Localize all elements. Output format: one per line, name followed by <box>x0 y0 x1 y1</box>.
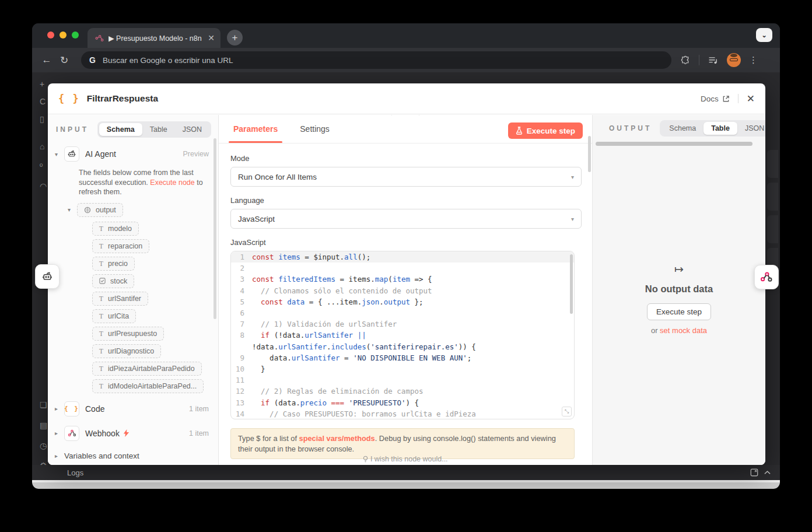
media-controls-icon[interactable] <box>708 55 719 65</box>
ai-agent-robot-icon <box>64 146 79 162</box>
line-number: 3 <box>231 274 252 285</box>
schema-field[interactable]: TurlDiagnostico <box>92 344 161 358</box>
n8n-edge-button[interactable] <box>754 265 779 289</box>
chevron-down-icon: ▾ <box>571 174 574 180</box>
back-icon[interactable]: ← <box>38 54 55 66</box>
text-field-icon: T <box>99 383 103 390</box>
url-bar[interactable]: G Buscar en Google o escribir una URL <box>81 51 671 69</box>
code-line[interactable]: 10 } <box>231 363 574 374</box>
field-name: urlDiagnostico <box>108 347 154 355</box>
close-window-button[interactable] <box>47 32 54 38</box>
external-link-icon <box>722 95 730 103</box>
execute-step-button[interactable]: Execute step <box>508 123 583 139</box>
editor-scrollbar[interactable] <box>570 254 573 314</box>
output-horizontal-scrollbar[interactable] <box>596 142 752 146</box>
code-line[interactable]: 13 if (data.precio === 'PRESUPUESTO') { <box>231 397 574 408</box>
item-count: 1 item <box>189 405 209 413</box>
output-tab-json[interactable]: JSON <box>737 122 765 135</box>
extensions-icon[interactable] <box>681 55 691 65</box>
schema-field[interactable]: TidModeloAirtableParaPed... <box>92 379 204 393</box>
variables-and-context-row[interactable]: ▸ Variables and context <box>48 446 218 465</box>
schema-field[interactable]: Tmodelo <box>92 222 139 236</box>
panel-drag-handle[interactable] <box>391 115 419 116</box>
code-line[interactable]: 2 <box>231 262 574 274</box>
logs-label: Logs <box>67 468 83 477</box>
chevron-right-icon[interactable]: ▸ <box>55 405 64 412</box>
code-line[interactable]: 7 // 1) Validación de urlSantifer <box>231 318 574 330</box>
browser-menu-icon[interactable]: ⋮ <box>749 55 758 65</box>
open-logs-panel-icon[interactable] <box>750 468 758 477</box>
tab-close-icon[interactable]: ✕ <box>208 33 215 43</box>
input-node-ai-agent[interactable]: ▾ AI Agent Preview <box>48 144 218 164</box>
schema-group-output[interactable]: output <box>77 203 123 217</box>
output-tab-table[interactable]: Table <box>704 122 737 135</box>
input-node-name: AI Agent <box>85 149 116 159</box>
input-tab-table[interactable]: Table <box>142 123 175 136</box>
preview-label: Preview <box>183 150 209 158</box>
code-line[interactable]: 14 // Caso PRESUPUESTO: borramos urlCita… <box>231 408 574 419</box>
editor-expand-icon[interactable]: ⤡ <box>562 407 572 416</box>
field-name: stock <box>110 277 127 285</box>
code-line[interactable]: !data.urlSantifer.includes('santiferirep… <box>231 341 574 352</box>
node-title: FiltrarRespuesta <box>87 93 158 104</box>
schema-field[interactable]: TidPiezaAirtableParaPedido <box>92 362 202 376</box>
mode-select[interactable]: Run Once for All Items ▾ <box>230 167 582 187</box>
logs-bar[interactable]: Logs <box>32 465 780 480</box>
ai-agent-edge-button[interactable] <box>35 264 60 289</box>
input-node-code[interactable]: ▸ { } Code 1 item <box>48 397 218 421</box>
set-mock-data-link[interactable]: set mock data <box>660 326 707 335</box>
schema-field[interactable]: Tprecio <box>92 257 135 271</box>
tab-search-chevron-icon[interactable]: ⌄ <box>756 28 772 42</box>
webhook-icon <box>64 426 79 441</box>
input-panel-scrollbar[interactable] <box>214 138 216 319</box>
execute-node-link[interactable]: Execute node <box>150 178 194 187</box>
code-editor[interactable]: 1const items = $input.all();23const filt… <box>230 251 575 419</box>
canvas-edge-button[interactable] <box>767 150 778 178</box>
profile-avatar[interactable] <box>727 53 741 67</box>
tab-parameters[interactable]: Parameters <box>233 116 278 142</box>
chevron-right-icon[interactable]: ▸ <box>55 453 64 459</box>
minimize-window-button[interactable] <box>60 32 66 38</box>
input-tab-json[interactable]: JSON <box>175 123 209 136</box>
browser-tab[interactable]: ▶ Presupuesto Modelo - n8n ✕ <box>88 28 220 48</box>
language-select[interactable]: JavaScript ▾ <box>230 209 582 229</box>
canvas-edge-button[interactable] <box>767 215 778 243</box>
chevron-down-icon[interactable]: ▾ <box>55 151 64 158</box>
schema-field[interactable]: stock <box>92 274 134 288</box>
line-number: 9 <box>231 352 252 363</box>
code-line[interactable]: 5 const data = { ...item.json.output }; <box>231 296 574 307</box>
input-tab-schema[interactable]: Schema <box>99 123 142 136</box>
code-line[interactable]: 6 <box>231 307 574 318</box>
maximize-window-button[interactable] <box>72 32 79 38</box>
input-panel-label: INPUT <box>56 125 89 134</box>
new-tab-button[interactable]: + <box>227 30 243 46</box>
schema-field[interactable]: TurlCita <box>92 309 136 323</box>
tab-settings[interactable]: Settings <box>300 124 330 134</box>
code-line[interactable]: 1const items = $input.all(); <box>231 251 574 262</box>
code-line[interactable]: 9 data.urlSantifer = 'NO DISPONIBLE EN W… <box>231 352 574 363</box>
code-line[interactable]: 11 <box>231 374 574 386</box>
chevron-down-icon[interactable]: ▾ <box>68 206 77 213</box>
output-tab-schema[interactable]: Schema <box>662 122 704 135</box>
docs-link[interactable]: Docs <box>701 94 730 103</box>
code-line[interactable]: 8 if (!data.urlSantifer || <box>231 330 574 341</box>
schema-field[interactable]: TurlSantifer <box>92 292 148 306</box>
lightning-icon <box>123 429 130 437</box>
parameters-scrollbar[interactable] <box>588 136 591 172</box>
close-icon[interactable]: ✕ <box>747 93 755 105</box>
code-line[interactable]: 12 // 2) Reglas de eliminación de campos <box>231 386 574 397</box>
parameters-panel: Parameters Settings Execute step <box>219 115 592 465</box>
execute-step-secondary-button[interactable]: Execute step <box>647 303 711 320</box>
canvas-edge-button[interactable] <box>767 183 778 211</box>
macos-traffic-lights <box>47 32 79 38</box>
chevron-up-icon[interactable] <box>764 470 771 475</box>
refresh-icon[interactable]: ↻ <box>55 54 73 66</box>
code-line[interactable]: 4 // Clonamos sólo el contenido de outpu… <box>231 285 574 296</box>
special-vars-link[interactable]: special vars/methods <box>299 434 375 443</box>
chevron-right-icon[interactable]: ▸ <box>55 430 64 436</box>
schema-field[interactable]: TurlPresupuesto <box>92 327 164 341</box>
input-node-webhook[interactable]: ▸ Webhook <box>48 421 218 446</box>
code-line[interactable]: 3const filteredItems = items.map(item =>… <box>231 274 574 285</box>
wish-node-link[interactable]: I wish this node would... <box>219 455 592 463</box>
schema-field[interactable]: Treparacion <box>92 239 149 253</box>
